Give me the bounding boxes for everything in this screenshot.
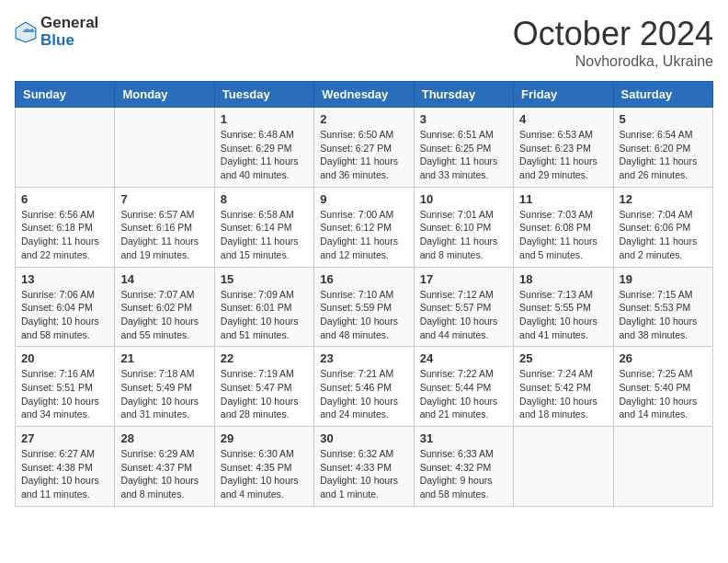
- column-header-thursday: Thursday: [414, 82, 513, 108]
- day-number: 11: [519, 192, 607, 206]
- calendar-subtitle: Novhorodka, Ukraine: [513, 53, 713, 70]
- day-cell: 14Sunrise: 7:07 AMSunset: 6:02 PMDayligh…: [115, 267, 214, 347]
- day-info: Sunrise: 6:32 AMSunset: 4:33 PMDaylight:…: [320, 447, 407, 501]
- day-cell: [514, 427, 613, 507]
- day-info: Sunrise: 7:12 AMSunset: 5:57 PMDaylight:…: [420, 288, 507, 342]
- day-number: 18: [519, 272, 607, 286]
- day-cell: 24Sunrise: 7:22 AMSunset: 5:44 PMDayligh…: [414, 347, 513, 427]
- day-info: Sunrise: 6:30 AMSunset: 4:35 PMDaylight:…: [221, 447, 308, 501]
- day-number: 22: [221, 351, 308, 365]
- day-info: Sunrise: 7:06 AMSunset: 6:04 PMDaylight:…: [21, 288, 108, 342]
- logo: General Blue: [15, 15, 98, 49]
- day-number: 23: [320, 351, 407, 365]
- day-number: 4: [519, 112, 607, 126]
- day-cell: 19Sunrise: 7:15 AMSunset: 5:53 PMDayligh…: [613, 267, 712, 347]
- day-info: Sunrise: 7:18 AMSunset: 5:49 PMDaylight:…: [120, 367, 208, 421]
- day-info: Sunrise: 7:07 AMSunset: 6:02 PMDaylight:…: [120, 288, 208, 342]
- week-row-3: 13Sunrise: 7:06 AMSunset: 6:04 PMDayligh…: [16, 267, 713, 347]
- day-cell: 18Sunrise: 7:13 AMSunset: 5:55 PMDayligh…: [514, 267, 613, 347]
- week-row-1: 1Sunrise: 6:48 AMSunset: 6:29 PMDaylight…: [16, 108, 713, 188]
- day-number: 21: [120, 351, 208, 365]
- day-info: Sunrise: 6:51 AMSunset: 6:25 PMDaylight:…: [420, 128, 507, 182]
- day-info: Sunrise: 7:10 AMSunset: 5:59 PMDaylight:…: [320, 288, 407, 342]
- day-cell: 30Sunrise: 6:32 AMSunset: 4:33 PMDayligh…: [314, 427, 414, 507]
- day-info: Sunrise: 7:09 AMSunset: 6:01 PMDaylight:…: [221, 288, 308, 342]
- day-info: Sunrise: 6:54 AMSunset: 6:20 PMDaylight:…: [620, 128, 707, 182]
- day-number: 2: [320, 112, 407, 126]
- day-number: 10: [420, 192, 507, 206]
- day-cell: 11Sunrise: 7:03 AMSunset: 6:08 PMDayligh…: [514, 187, 613, 267]
- day-cell: 20Sunrise: 7:16 AMSunset: 5:51 PMDayligh…: [16, 347, 115, 427]
- logo-general-text: General: [40, 14, 98, 31]
- day-cell: 16Sunrise: 7:10 AMSunset: 5:59 PMDayligh…: [314, 267, 414, 347]
- day-info: Sunrise: 7:01 AMSunset: 6:10 PMDaylight:…: [420, 208, 507, 262]
- logo-blue-text: Blue: [40, 31, 74, 49]
- day-cell: 21Sunrise: 7:18 AMSunset: 5:49 PMDayligh…: [115, 347, 214, 427]
- day-number: 13: [21, 272, 108, 286]
- day-info: Sunrise: 6:33 AMSunset: 4:32 PMDaylight:…: [420, 447, 507, 501]
- day-cell: 3Sunrise: 6:51 AMSunset: 6:25 PMDaylight…: [414, 108, 513, 188]
- calendar-title: October 2024: [513, 15, 713, 53]
- day-number: 12: [620, 192, 707, 206]
- day-cell: 31Sunrise: 6:33 AMSunset: 4:32 PMDayligh…: [414, 427, 513, 507]
- day-number: 31: [420, 431, 507, 445]
- day-cell: 28Sunrise: 6:29 AMSunset: 4:37 PMDayligh…: [115, 427, 214, 507]
- day-info: Sunrise: 6:29 AMSunset: 4:37 PMDaylight:…: [120, 447, 208, 501]
- column-header-saturday: Saturday: [613, 82, 712, 108]
- calendar-title-block: October 2024 Novhorodka, Ukraine: [513, 15, 713, 70]
- day-info: Sunrise: 7:15 AMSunset: 5:53 PMDaylight:…: [620, 288, 707, 342]
- day-cell: 12Sunrise: 7:04 AMSunset: 6:06 PMDayligh…: [613, 187, 712, 267]
- day-number: 26: [620, 351, 707, 365]
- day-number: 29: [221, 431, 308, 445]
- logo-icon: [15, 21, 37, 43]
- day-cell: 7Sunrise: 6:57 AMSunset: 6:16 PMDaylight…: [115, 187, 214, 267]
- day-number: 24: [420, 351, 507, 365]
- day-info: Sunrise: 7:16 AMSunset: 5:51 PMDaylight:…: [21, 367, 108, 421]
- day-info: Sunrise: 6:48 AMSunset: 6:29 PMDaylight:…: [221, 128, 308, 182]
- day-info: Sunrise: 7:22 AMSunset: 5:44 PMDaylight:…: [420, 367, 507, 421]
- day-cell: 17Sunrise: 7:12 AMSunset: 5:57 PMDayligh…: [414, 267, 513, 347]
- week-row-4: 20Sunrise: 7:16 AMSunset: 5:51 PMDayligh…: [16, 347, 713, 427]
- day-cell: [613, 427, 712, 507]
- day-cell: 8Sunrise: 6:58 AMSunset: 6:14 PMDaylight…: [214, 187, 313, 267]
- day-cell: [16, 108, 115, 188]
- day-info: Sunrise: 7:19 AMSunset: 5:47 PMDaylight:…: [221, 367, 308, 421]
- day-cell: 6Sunrise: 6:56 AMSunset: 6:18 PMDaylight…: [16, 187, 115, 267]
- day-cell: 15Sunrise: 7:09 AMSunset: 6:01 PMDayligh…: [214, 267, 313, 347]
- day-info: Sunrise: 7:00 AMSunset: 6:12 PMDaylight:…: [320, 208, 407, 262]
- day-cell: 29Sunrise: 6:30 AMSunset: 4:35 PMDayligh…: [214, 427, 313, 507]
- day-info: Sunrise: 6:50 AMSunset: 6:27 PMDaylight:…: [320, 128, 407, 182]
- day-cell: 2Sunrise: 6:50 AMSunset: 6:27 PMDaylight…: [314, 108, 414, 188]
- day-number: 1: [221, 112, 308, 126]
- day-cell: 10Sunrise: 7:01 AMSunset: 6:10 PMDayligh…: [414, 187, 513, 267]
- day-cell: 25Sunrise: 7:24 AMSunset: 5:42 PMDayligh…: [514, 347, 613, 427]
- day-info: Sunrise: 6:53 AMSunset: 6:23 PMDaylight:…: [519, 128, 607, 182]
- day-number: 15: [221, 272, 308, 286]
- day-number: 7: [120, 192, 208, 206]
- day-number: 5: [620, 112, 707, 126]
- day-info: Sunrise: 7:13 AMSunset: 5:55 PMDaylight:…: [519, 288, 607, 342]
- column-header-wednesday: Wednesday: [314, 82, 414, 108]
- day-info: Sunrise: 6:58 AMSunset: 6:14 PMDaylight:…: [221, 208, 308, 262]
- day-cell: 9Sunrise: 7:00 AMSunset: 6:12 PMDaylight…: [314, 187, 414, 267]
- day-info: Sunrise: 7:04 AMSunset: 6:06 PMDaylight:…: [620, 208, 707, 262]
- day-cell: 27Sunrise: 6:27 AMSunset: 4:38 PMDayligh…: [16, 427, 115, 507]
- day-number: 25: [519, 351, 607, 365]
- day-cell: 13Sunrise: 7:06 AMSunset: 6:04 PMDayligh…: [16, 267, 115, 347]
- week-row-5: 27Sunrise: 6:27 AMSunset: 4:38 PMDayligh…: [16, 427, 713, 507]
- day-cell: 26Sunrise: 7:25 AMSunset: 5:40 PMDayligh…: [613, 347, 712, 427]
- column-header-sunday: Sunday: [16, 82, 115, 108]
- calendar-table: SundayMondayTuesdayWednesdayThursdayFrid…: [15, 81, 713, 507]
- day-number: 20: [21, 351, 108, 365]
- day-info: Sunrise: 7:24 AMSunset: 5:42 PMDaylight:…: [519, 367, 607, 421]
- day-info: Sunrise: 7:21 AMSunset: 5:46 PMDaylight:…: [320, 367, 407, 421]
- day-cell: 4Sunrise: 6:53 AMSunset: 6:23 PMDaylight…: [514, 108, 613, 188]
- day-cell: [115, 108, 214, 188]
- week-row-2: 6Sunrise: 6:56 AMSunset: 6:18 PMDaylight…: [16, 187, 713, 267]
- day-info: Sunrise: 7:03 AMSunset: 6:08 PMDaylight:…: [519, 208, 607, 262]
- day-cell: 22Sunrise: 7:19 AMSunset: 5:47 PMDayligh…: [214, 347, 313, 427]
- day-number: 8: [221, 192, 308, 206]
- column-header-friday: Friday: [514, 82, 613, 108]
- day-info: Sunrise: 6:57 AMSunset: 6:16 PMDaylight:…: [120, 208, 208, 262]
- column-header-monday: Monday: [115, 82, 214, 108]
